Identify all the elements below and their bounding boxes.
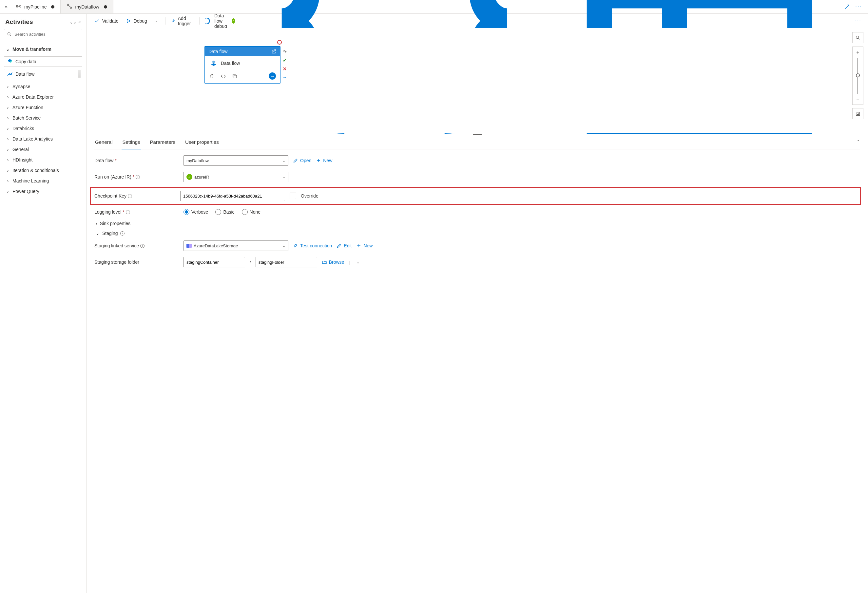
chevron-down-icon: ⌄: [6, 47, 10, 52]
open-external-icon[interactable]: [271, 49, 276, 54]
chevron-right-icon: ›: [96, 221, 97, 226]
dataflow-select[interactable]: myDataflow⌄: [183, 155, 288, 166]
breakpoint-icon[interactable]: [277, 40, 282, 44]
category-item[interactable]: ›Synapse: [4, 81, 82, 92]
override-label: Override: [301, 193, 319, 199]
tab-dataflow[interactable]: myDataflow: [61, 0, 113, 13]
logging-verbose-radio[interactable]: Verbose: [183, 209, 208, 215]
category-item[interactable]: ›Databricks: [4, 123, 82, 134]
delete-icon[interactable]: [209, 74, 215, 79]
pencil-icon: [293, 158, 298, 163]
activity-card-copy-data[interactable]: Copy data: [4, 56, 82, 67]
tab-general[interactable]: General: [94, 135, 113, 149]
tab-parameters[interactable]: Parameters: [149, 135, 176, 149]
linked-service-icon: [186, 244, 192, 248]
zoom-in-button[interactable]: +: [852, 47, 864, 58]
debug-button[interactable]: Debug: [124, 17, 148, 25]
add-trigger-button[interactable]: Add trigger: [170, 15, 194, 28]
checkpoint-key-input[interactable]: [180, 191, 285, 201]
edit-link[interactable]: Edit: [337, 243, 351, 248]
more-icon[interactable]: ···: [855, 17, 861, 24]
double-chevron-icon[interactable]: ⌄⌄: [69, 20, 77, 25]
copy-icon[interactable]: [232, 74, 238, 79]
info-icon[interactable]: i: [128, 194, 132, 198]
browse-dropdown-icon[interactable]: ⌄: [354, 259, 362, 266]
next-arrow-button[interactable]: →: [269, 72, 276, 80]
code-icon[interactable]: [220, 74, 226, 79]
category-move-transform[interactable]: ⌄ Move & transform: [4, 44, 82, 55]
category-item[interactable]: ›Azure Data Explorer: [4, 92, 82, 102]
lightning-icon: [172, 18, 175, 24]
staging-linked-service-select[interactable]: AzureDataLakeStorage⌄: [183, 240, 288, 251]
redo-icon[interactable]: ↷: [282, 49, 287, 55]
new-dataflow-link[interactable]: New: [316, 158, 332, 163]
category-item[interactable]: ›Iteration & conditionals: [4, 165, 82, 176]
new-linked-service-link[interactable]: New: [356, 243, 373, 248]
category-item[interactable]: ›Batch Service: [4, 113, 82, 123]
dataflow-activity-node[interactable]: Data flow Data flow →: [204, 46, 280, 84]
chevron-right-icon: ›: [6, 126, 10, 131]
plus-icon: [316, 158, 321, 163]
folder-icon: [322, 260, 327, 265]
checkpoint-row: Checkpoint Key i Override: [91, 188, 860, 204]
activity-card-data-flow[interactable]: Data flow: [4, 69, 82, 79]
sink-properties-section[interactable]: › Sink properties: [96, 221, 860, 226]
tab-user-properties[interactable]: User properties: [185, 135, 220, 149]
category-item[interactable]: ›HDInsight: [4, 155, 82, 165]
fit-to-screen-button[interactable]: [852, 108, 864, 119]
browse-link[interactable]: Browse: [322, 260, 344, 265]
more-icon[interactable]: ···: [855, 3, 862, 10]
chevron-down-icon: ⌄: [282, 175, 285, 179]
expand-sidebar-icon[interactable]: »: [3, 4, 10, 9]
staging-folder-input[interactable]: [255, 257, 317, 267]
failure-path-icon[interactable]: ✕: [282, 66, 287, 71]
category-item[interactable]: ›Power Query: [4, 186, 82, 196]
staging-section[interactable]: ⌄ Staging i: [96, 231, 860, 236]
canvas-zoom-controls: + −: [852, 32, 864, 119]
svg-rect-9: [857, 113, 859, 114]
plus-icon: [356, 243, 362, 248]
test-connection-link[interactable]: Test connection: [293, 243, 332, 248]
zoom-slider[interactable]: [852, 58, 864, 94]
chevron-down-icon: ⌄: [96, 231, 100, 236]
category-item[interactable]: ›Azure Function: [4, 102, 82, 113]
debug-status-ok-icon: ✓: [232, 18, 235, 24]
category-item[interactable]: ›Data Lake Analytics: [4, 134, 82, 144]
panel-tabs: General Settings Parameters User propert…: [94, 135, 860, 149]
info-icon[interactable]: i: [120, 231, 124, 236]
success-path-icon[interactable]: ✓: [282, 58, 287, 63]
info-icon[interactable]: i: [126, 210, 130, 214]
tab-settings[interactable]: Settings: [121, 135, 140, 149]
pipeline-canvas[interactable]: Data flow Data flow → ↷ ✓ ✕: [87, 28, 868, 133]
logging-none-radio[interactable]: None: [242, 209, 260, 215]
dirty-indicator-icon: [51, 5, 55, 9]
chevron-down-icon: ⌄: [282, 244, 285, 248]
open-dataflow-link[interactable]: Open: [293, 158, 311, 163]
chevron-right-icon: ›: [6, 168, 10, 173]
validate-button[interactable]: Validate: [93, 17, 120, 25]
info-icon[interactable]: i: [140, 244, 145, 248]
azure-ir-select[interactable]: ✓ azureIR⌄: [183, 172, 288, 182]
info-icon[interactable]: i: [136, 175, 140, 179]
dataflow-icon: [66, 3, 72, 10]
tab-pipeline[interactable]: myPipeline: [10, 0, 61, 13]
category-item[interactable]: ›Machine Learning: [4, 176, 82, 186]
grip-icon: [78, 58, 81, 65]
debug-dropdown-icon[interactable]: ⌄: [153, 17, 160, 24]
override-checkbox[interactable]: [290, 193, 296, 199]
zoom-out-button[interactable]: −: [852, 94, 864, 105]
search-field[interactable]: [15, 32, 79, 37]
dataflow-debug-toggle[interactable]: [204, 18, 210, 24]
chevron-down-icon: ⌄: [282, 159, 285, 163]
collapse-panel-icon[interactable]: ⌃: [856, 139, 860, 144]
collapse-sidebar-icon[interactable]: «: [79, 20, 81, 25]
logging-basic-radio[interactable]: Basic: [215, 209, 234, 215]
search-input[interactable]: [4, 29, 82, 39]
check-icon: [94, 18, 100, 24]
chevron-right-icon: ›: [6, 84, 10, 89]
completion-path-icon[interactable]: →: [282, 75, 287, 80]
zoom-search-icon[interactable]: [852, 32, 864, 43]
staging-container-input[interactable]: [183, 257, 245, 267]
node-name: Data flow: [221, 60, 240, 66]
category-item[interactable]: ›General: [4, 144, 82, 155]
